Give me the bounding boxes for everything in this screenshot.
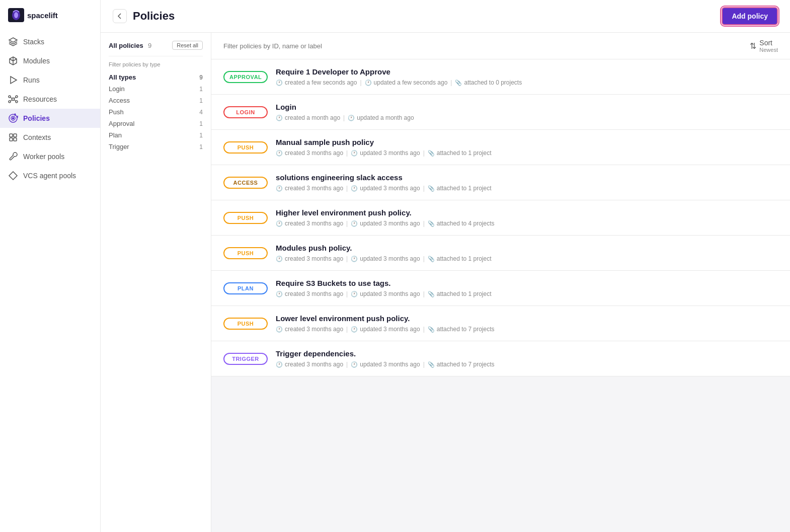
sidebar-item-worker-pools-label: Worker pools: [23, 153, 64, 161]
policy-item-p4[interactable]: ACCESS solutions engineering slack acces…: [211, 165, 790, 200]
sidebar-item-policies-label: Policies: [23, 114, 50, 122]
main-content: Policies Add policy All policies 9 Reset…: [101, 0, 790, 532]
sort-control[interactable]: ⇅ Sort Newest: [750, 39, 778, 53]
policy-item-p6[interactable]: PUSH Modules push policy. 🕐 created 3 mo…: [211, 236, 790, 271]
policy-badge-p2: LOGIN: [223, 106, 268, 118]
sidebar-item-stacks-label: Stacks: [23, 38, 44, 46]
sort-sub-label: Newest: [759, 47, 778, 53]
sidebar-item-runs[interactable]: Runs: [0, 70, 100, 90]
sidebar-item-contexts[interactable]: Contexts: [0, 128, 100, 147]
page-title: Policies: [133, 10, 175, 23]
policy-item-p9[interactable]: TRIGGER Trigger dependencies. 🕐 created …: [211, 341, 790, 376]
policy-item-p3[interactable]: PUSH Manual sample push policy 🕐 created…: [211, 130, 790, 165]
svg-rect-19: [14, 138, 17, 141]
filter-type-login[interactable]: Login1: [109, 83, 203, 95]
sidebar-item-contexts-label: Contexts: [23, 133, 51, 141]
svg-rect-16: [10, 134, 13, 137]
policy-badge-p9: TRIGGER: [223, 353, 268, 365]
policy-list: APPROVAL Require 1 Developer to Approve …: [211, 59, 790, 376]
policy-name-p9: Trigger dependencies.: [276, 349, 778, 358]
filter-type-all-types[interactable]: All types9: [109, 71, 203, 83]
sidebar-item-runs-label: Runs: [23, 76, 40, 84]
sidebar-item-worker-pools[interactable]: Worker pools: [0, 147, 100, 166]
search-input[interactable]: [223, 42, 750, 50]
logo-text: spacelift: [27, 11, 58, 20]
policy-info-p6: Modules push policy. 🕐 created 3 months …: [276, 244, 778, 262]
svg-point-6: [16, 96, 18, 98]
policy-info-p7: Require S3 Buckets to use tags. 🕐 create…: [276, 279, 778, 297]
collapse-sidebar-button[interactable]: [113, 9, 127, 23]
policy-meta-p1: 🕐 created a few seconds ago | 🕐 updated …: [276, 79, 778, 86]
sidebar-item-modules[interactable]: Modules: [0, 51, 100, 70]
filter-type-plan[interactable]: Plan1: [109, 129, 203, 141]
svg-point-7: [9, 101, 11, 103]
policy-info-p5: Higher level environment push policy. 🕐 …: [276, 208, 778, 227]
filter-header: All policies 9 Reset all: [109, 41, 203, 50]
sort-icon: ⇅: [750, 41, 756, 51]
svg-line-9: [11, 98, 12, 99]
sidebar-item-policies[interactable]: Policies: [0, 109, 100, 128]
filter-by-type-label: Filter policies by type: [109, 56, 203, 67]
filter-type-approval[interactable]: Approval1: [109, 118, 203, 129]
policy-meta-p9: 🕐 created 3 months ago | 🕐 updated 3 mon…: [276, 361, 778, 368]
policy-info-p3: Manual sample push policy 🕐 created 3 mo…: [276, 138, 778, 157]
svg-line-12: [15, 100, 16, 101]
policy-name-p7: Require S3 Buckets to use tags.: [276, 279, 778, 287]
policy-item-p5[interactable]: PUSH Higher level environment push polic…: [211, 200, 790, 236]
policy-meta-p4: 🕐 created 3 months ago | 🕐 updated 3 mon…: [276, 185, 778, 192]
policy-info-p2: Login 🕐 created a month ago | 🕐 updated …: [276, 103, 778, 121]
policy-meta-p6: 🕐 created 3 months ago | 🕐 updated 3 mon…: [276, 255, 778, 262]
policy-name-p4: solutions engineering slack access: [276, 173, 778, 182]
puzzle-icon: [8, 132, 18, 142]
diamond-icon: [8, 171, 18, 181]
sidebar-item-vcs-agent-pools-label: VCS agent pools: [23, 172, 76, 180]
svg-point-15: [13, 118, 14, 119]
policy-meta-p3: 🕐 created 3 months ago | 🕐 updated 3 mon…: [276, 149, 778, 157]
sort-label: Sort: [759, 39, 778, 47]
svg-marker-3: [11, 77, 17, 84]
policy-name-p2: Login: [276, 103, 778, 111]
content-area: All policies 9 Reset all Filter policies…: [101, 33, 790, 532]
policy-item-p2[interactable]: LOGIN Login 🕐 created a month ago | 🕐 up…: [211, 95, 790, 130]
sidebar-item-resources[interactable]: Resources: [0, 90, 100, 109]
svg-marker-20: [9, 172, 17, 180]
svg-line-11: [11, 100, 12, 101]
policy-badge-p3: PUSH: [223, 141, 268, 154]
svg-point-8: [16, 101, 18, 103]
sidebar-item-resources-label: Resources: [23, 95, 57, 103]
svg-rect-17: [14, 134, 17, 137]
policy-info-p1: Require 1 Developer to Approve 🕐 created…: [276, 67, 778, 86]
filter-type-access[interactable]: Access1: [109, 95, 203, 106]
policy-name-p5: Higher level environment push policy.: [276, 208, 778, 217]
wrench-icon: [8, 151, 18, 162]
policy-meta-p7: 🕐 created 3 months ago | 🕐 updated 3 mon…: [276, 290, 778, 297]
policy-item-p1[interactable]: APPROVAL Require 1 Developer to Approve …: [211, 59, 790, 95]
play-icon: [8, 75, 18, 85]
policy-meta-p8: 🕐 created 3 months ago | 🕐 updated 3 mon…: [276, 326, 778, 333]
page-header: Policies Add policy: [101, 0, 790, 33]
policy-name-p3: Manual sample push policy: [276, 138, 778, 146]
policy-name-p1: Require 1 Developer to Approve: [276, 67, 778, 76]
policy-badge-p7: PLAN: [223, 282, 268, 294]
layers-icon: [8, 37, 18, 47]
filter-type-push[interactable]: Push4: [109, 106, 203, 118]
policy-meta-p5: 🕐 created 3 months ago | 🕐 updated 3 mon…: [276, 220, 778, 227]
reset-all-button[interactable]: Reset all: [172, 41, 203, 50]
policy-badge-p1: APPROVAL: [223, 71, 268, 83]
policy-item-p7[interactable]: PLAN Require S3 Buckets to use tags. 🕐 c…: [211, 271, 790, 306]
sidebar-item-stacks[interactable]: Stacks: [0, 32, 100, 51]
filter-type-trigger[interactable]: Trigger1: [109, 141, 203, 153]
policy-info-p8: Lower level environment push policy. 🕐 c…: [276, 314, 778, 333]
policy-badge-p8: PUSH: [223, 318, 268, 330]
filter-types-list: All types9Login1Access1Push4Approval1Pla…: [109, 71, 203, 153]
all-policies-label: All policies 9: [109, 41, 151, 50]
svg-point-5: [9, 96, 11, 98]
add-policy-button[interactable]: Add policy: [722, 7, 778, 25]
logo[interactable]: spacelift: [0, 8, 100, 32]
policy-name-p8: Lower level environment push policy.: [276, 314, 778, 323]
policy-info-p9: Trigger dependencies. 🕐 created 3 months…: [276, 349, 778, 368]
sidebar-item-vcs-agent-pools[interactable]: VCS agent pools: [0, 166, 100, 185]
header-left: Policies: [113, 9, 175, 23]
policy-meta-p2: 🕐 created a month ago | 🕐 updated a mont…: [276, 114, 778, 121]
policy-item-p8[interactable]: PUSH Lower level environment push policy…: [211, 306, 790, 341]
